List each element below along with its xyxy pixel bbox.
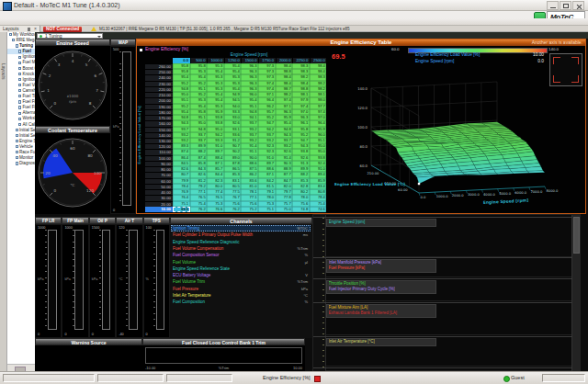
gauge-header-tps: TPS [143, 217, 170, 224]
cell-10-2500[interactable]: 74.6 [310, 207, 327, 212]
tree-item-label: All Calibrate [23, 122, 36, 127]
cell-10-1250[interactable]: 76.2 [224, 207, 242, 212]
gauge-bar-fp-lr[interactable] [48, 230, 57, 330]
tree-item-label: My Workbooks [13, 32, 35, 37]
ecu-connection-status: NOT Connected [43, 27, 82, 32]
panel-close-icon[interactable]: × [34, 26, 37, 32]
close-button[interactable] [572, 1, 584, 10]
graph-scrollbar[interactable] [571, 215, 580, 372]
svg-text:x1000: x1000 [67, 94, 79, 98]
strip-labels-1: Inlet Manifold Pressure [kPa]Fuel Pressu… [326, 259, 436, 274]
channel-row-fuel-volume[interactable]: Fuel Volumeµl [171, 259, 311, 265]
gauge-ticks-air-t [126, 230, 128, 330]
workbook-status-icon [40, 35, 42, 38]
channel-row-fuel-cylinder-1-primary-output-pulse-width[interactable]: Fuel Cylinder 1 Primary Output Pulse Wid… [171, 232, 311, 238]
app-icon [3, 2, 12, 11]
tree-item-icon [18, 73, 21, 75]
pin-icon[interactable] [28, 28, 30, 31]
efficiency-surface-plot[interactable]: 140.0120.0100.080.060.00.01000.02000.030… [329, 64, 584, 211]
channel-row-ecu-battery-voltage[interactable]: ECU Battery VoltageV [171, 272, 311, 278]
channel-name: Fuel Composition [173, 299, 205, 305]
eff-table-panel-header[interactable]: Engine Efficiency Table Another axis is … [136, 39, 586, 46]
channel-row-fuel-composition[interactable]: Fuel Composition% [171, 299, 311, 305]
tree-scrollbar[interactable] [7, 364, 35, 371]
channel-row-inlet-air-temperature[interactable]: Inlet Air Temperature°C [171, 292, 311, 299]
tree-item-label: Fuel Mixture Aim [23, 60, 36, 64]
minimize-button[interactable] [547, 1, 559, 10]
svg-text:5000.0: 5000.0 [499, 192, 512, 196]
cell-10-1750[interactable]: 75.1 [258, 207, 276, 212]
graph-scrollbar-thumb[interactable] [573, 217, 580, 254]
layouts-panel-tab[interactable]: Layouts × [0, 26, 40, 32]
strip-channel-label-exhaust-lambda-bank-1-filtered-la: Exhaust Lambda Bank 1 Filtered [LA] [329, 311, 435, 316]
channel-unit: %Trim [298, 245, 308, 252]
tree-item-label: Vehicle [19, 144, 33, 149]
cell-10-500[interactable]: 76.2 [190, 207, 208, 212]
gauge-header-fp-lr: FP LR [35, 217, 62, 224]
strip-grid [325, 277, 571, 277]
svg-text:6000.0: 6000.0 [514, 191, 527, 195]
gauge-body-fp-main: 10000kPa [62, 224, 88, 338]
channel-name: Fuel Volume [173, 259, 196, 265]
legend-min: 60.0 [391, 47, 400, 51]
title-bar: Default - MoTeC M1 Tune (1.4.0.302) [0, 0, 588, 11]
gauge-bar-air-t[interactable] [129, 230, 138, 330]
user-icon [503, 376, 510, 382]
table-title: Engine Efficiency [%] [145, 46, 188, 52]
efficiency-table: Engine Efficiency [%]Engine Speed [rpm]E… [136, 46, 327, 214]
gauge-bar-oil-p[interactable] [102, 230, 111, 330]
tree-item-icon [18, 56, 21, 59]
cell-10-2250[interactable]: 74.8 [292, 207, 310, 212]
trim-panel-header: Fuel Closed Loop Control Bank 1 Trim [142, 338, 305, 345]
svg-text:120: 120 [86, 188, 94, 193]
strip-divider [313, 257, 572, 258]
svg-text:2000.0: 2000.0 [452, 194, 465, 198]
channel-row-engine-speed-reference-state[interactable]: Engine Speed Reference State [171, 265, 311, 272]
gauge-bar-map[interactable] [122, 51, 130, 206]
tree-item-icon [18, 123, 21, 126]
trim-scale-unit: %Trim [142, 366, 305, 370]
channel-row-fuel-volume-trim[interactable]: Fuel Volume Trim%Trim [171, 278, 311, 285]
tree-item-diagnostics[interactable]: Diagnostics [7, 161, 35, 166]
row-header-10[interactable]: 10.00 [145, 207, 173, 212]
svg-text:Engine Speed [rpm]: Engine Speed [rpm] [483, 198, 528, 205]
tree-item-icon [18, 95, 21, 97]
channel-name: Inlet Air Temperature [173, 292, 210, 299]
gauge-body-tps: 1000% [143, 224, 170, 338]
tree-item-label: Alternate Fuel [23, 110, 36, 115]
tree-item-label: Fuel [23, 49, 31, 53]
tree-item-icon [16, 44, 18, 47]
channel-row-fuel-volume-compensation[interactable]: Fuel Volume Compensation%Trim [171, 245, 311, 252]
svg-text:Engine Efficiency Load Value [: Engine Efficiency Load Value [%] [334, 182, 405, 186]
status-record-icon [314, 376, 321, 382]
tree-item-label: Monitor [19, 155, 33, 160]
cell-10-1000[interactable]: 76.6 [207, 207, 224, 212]
channel-unit: °C [304, 292, 309, 299]
channel-name: Fuel Composition Sensor [173, 252, 220, 258]
cell-10-2000[interactable]: 75.0 [276, 207, 293, 212]
channel-row-fuel-pressure[interactable]: Fuel PressurekPa [171, 286, 311, 292]
gauge-body-oil-p: 15000kPa [89, 224, 116, 338]
strip-channel-label-fuel-injector-primary-duty-cycle: Fuel Injector Primary Duty Cycle [%] [329, 287, 435, 292]
chevron-down-icon [97, 36, 101, 38]
layouts-vertical-tab[interactable]: Layouts [1, 63, 6, 80]
svg-text:80.0: 80.0 [360, 144, 368, 149]
tree-item-label: Fuel Volume Trim [23, 83, 36, 87]
gauge-bar-tps[interactable] [156, 230, 165, 330]
cell-10-0[interactable]: 69.5 [173, 207, 190, 212]
cell-10-1500[interactable]: 75.2 [241, 207, 258, 212]
strip-labels-4: Inlet Air Temperature [°C] [326, 338, 436, 346]
channel-row-engine-speed-reference-diagnostic[interactable]: Engine Speed Reference Diagnostic [171, 239, 311, 245]
channel-row-ignition-timing[interactable]: Ignition Timing°BTDC [171, 225, 311, 232]
time-graph-panel[interactable]: Engine Speed [rpm]Inlet Manifold Pressur… [312, 214, 581, 371]
svg-text:60.00: 60.00 [398, 188, 408, 192]
channel-unit: % [304, 252, 308, 258]
trim-bar-track [145, 347, 302, 364]
channel-row-fuel-composition-sensor[interactable]: Fuel Composition Sensor% [171, 252, 311, 258]
gauge-bar-fp-main[interactable] [74, 230, 84, 330]
workbook-selector[interactable]: 1 Tuning [37, 33, 103, 39]
gauge-max-label-tps: 100 [146, 226, 152, 230]
trim-scale-max: 10.00 [293, 366, 302, 370]
maximize-button[interactable] [560, 1, 571, 10]
channels-panel-header: Channels [170, 217, 312, 224]
